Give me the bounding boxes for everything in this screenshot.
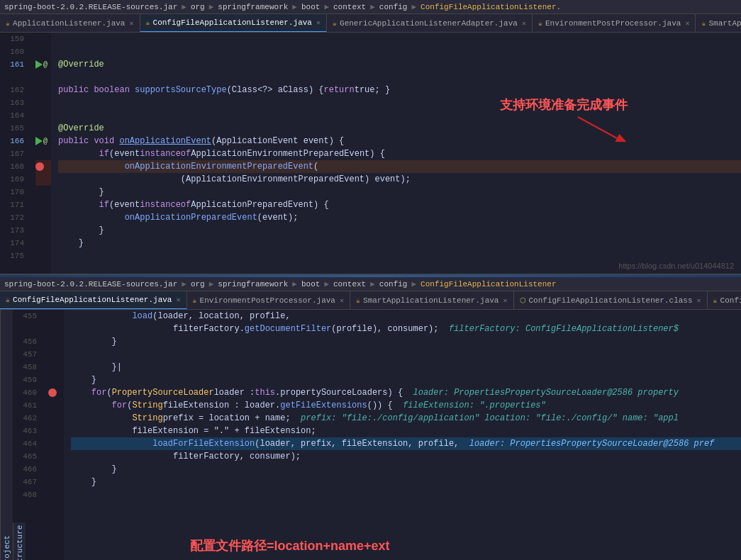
code-line-168: onApplicationEnvironmentPreparedEvent ( [58,160,741,173]
exec-arrow-icon [35,60,43,69]
bottom-editor-wrapper: Project 455 456 457 458 459 460 461 462 … [0,310,741,560]
top-gutter: 159 160 161 162 163 164 165 166 167 168 … [0,33,35,274]
code-line-465: filterFactory, consumer); [71,450,741,463]
code-line-162: public boolean supportsSourceType (Class… [58,84,741,96]
bottom-jar-name: spring-boot-2.0.2.RELEASE-sources.jar [4,280,177,289]
close-icon[interactable]: ✕ [316,18,321,27]
close-icon[interactable]: ✕ [340,296,344,305]
code-line-159 [58,33,741,45]
code-line-455: load (loader, location, profile, [71,310,741,323]
code-line-172: onApplicationPreparedEvent (event); [58,211,741,224]
java-icon: ☕ [6,296,10,304]
close-icon[interactable]: ✕ [503,296,507,305]
java-icon: ☕ [193,296,197,305]
csdn-watermark: https://blog.csdn.net/u014044812 [618,262,734,270]
code-line-175 [58,250,741,262]
code-line-461: for ( String fileExtension : loader. get… [71,399,741,412]
code-line-169: (ApplicationEnvironmentPreparedEvent) ev… [58,173,741,186]
top-title-bar: spring-boot-2.0.2.RELEASE-sources.jar ▶ … [0,0,741,14]
bottom-editor-area: 455 456 457 458 459 460 461 462 463 464 … [13,310,741,560]
structure-tab[interactable]: Structure [13,522,26,560]
indicator-column: @ @ [35,33,51,274]
code-line-455b: filterFactory. getDocumentFilter (profil… [71,323,741,335]
top-path-boot: boot [301,3,320,11]
code-line-457 [71,348,741,361]
top-path-org: org [191,3,205,11]
tab-configfileapplicationlistener[interactable]: ☕ ConfigFileApplicationListener.java ✕ [140,14,328,33]
code-line-456: } [71,335,741,348]
code-line-171: if (event instanceof ApplicationPrepared… [58,198,741,211]
tab2-contextinit[interactable]: ☕ ConfigFileApplicationContextInitialize… [708,291,741,310]
class-icon: ⬡ [520,296,526,305]
java-icon: ☕ [356,296,360,305]
java-icon: ☕ [6,19,10,28]
code-line-467: } [71,476,741,488]
code-line-464: loadForFileExtension (loader, prefix, fi… [71,437,741,450]
code-line-164 [58,109,741,122]
tab2-class[interactable]: ⬡ ConfigFileApplicationListener.class ✕ [514,291,708,310]
top-path-class: ConfigFileApplicationListener. [420,3,561,11]
bottom-tab-bar: ☕ ConfigFileApplicationListener.java ✕ ☕… [0,291,741,310]
top-ide-panel: spring-boot-2.0.2.RELEASE-sources.jar ▶ … [0,0,741,275]
code-line-466: } [71,463,741,476]
close-icon[interactable]: ✕ [522,19,526,28]
java-icon: ☕ [713,296,718,305]
close-icon[interactable]: ✕ [697,296,701,305]
top-path-context: context [333,3,366,11]
code-line-161: @Override [58,58,741,71]
java-icon: ☕ [333,19,337,28]
code-line-173: } [58,224,741,237]
code-line-161b [58,71,741,84]
code-line-166: public void onApplicationEvent (Applicat… [58,135,741,147]
java-icon: ☕ [538,19,542,28]
code-line-460: for ( PropertySourceLoader loader : this… [71,386,741,399]
top-jar-name: spring-boot-2.0.2.RELEASE-sources.jar [4,3,177,11]
code-line-167: if (event instanceof ApplicationEnvironm… [58,147,741,160]
code-line-174: } [58,237,741,250]
top-path-springframework: springframework [218,3,288,11]
top-editor-area: 159 160 161 162 163 164 165 166 167 168 … [0,33,741,274]
tab2-smartapplicationlistener[interactable]: ☕ SmartApplicationListener.java ✕ [350,291,514,310]
tab-applicationlistener[interactable]: ☕ ApplicationListener.java ✕ [0,14,140,33]
tab-smartapplicationlistener[interactable]: ☕ SmartApplicationListener.java ✕ [696,14,741,33]
code-line-165: @Override [58,122,741,135]
code-line-160 [58,45,741,58]
close-icon[interactable]: ✕ [129,19,133,28]
code-line-170: } [58,186,741,198]
top-path-config: config [379,3,408,11]
project-tab[interactable]: Project [0,310,13,560]
code-line-458: }| [71,361,741,374]
close-icon[interactable]: ✕ [685,19,689,28]
exec-arrow-icon [35,137,43,145]
tab2-configfileapplicationlistener[interactable]: ☕ ConfigFileApplicationListener.java ✕ [0,291,187,310]
code-line-463: fileExtension = "." + fileExtension; [71,425,741,437]
java-icon: ☕ [146,18,150,27]
top-tab-bar: ☕ ApplicationListener.java ✕ ☕ ConfigFil… [0,14,741,33]
breakpoint-icon [35,162,44,171]
bottom-title-bar: spring-boot-2.0.2.RELEASE-sources.jar ▶ … [0,277,741,291]
tab2-environmentpostprocessor[interactable]: ☕ EnvironmentPostProcessor.java ✕ [187,291,351,310]
code-line-462: String prefix = location + name; prefix:… [71,412,741,425]
indicator-column-2 [48,310,64,560]
java-icon: ☕ [701,19,706,28]
tab-environmentpostprocessor[interactable]: ☕ EnvironmentPostProcessor.java ✕ [533,14,696,33]
code-line-468 [71,488,741,501]
code-line-163 [58,96,741,109]
bottom-code-content: load (loader, location, profile, filterF… [64,310,741,560]
bottom-ide-panel: spring-boot-2.0.2.RELEASE-sources.jar ▶ … [0,277,741,560]
code-line-459: } [71,374,741,386]
tab-genericapplicationlisteneradapter[interactable]: ☕ GenericApplicationListenerAdapter.java… [327,14,533,33]
breakpoint-icon [48,388,57,397]
close-icon[interactable]: ✕ [176,296,180,304]
top-code-content: @Override public boolean supportsSourceT… [51,33,741,274]
